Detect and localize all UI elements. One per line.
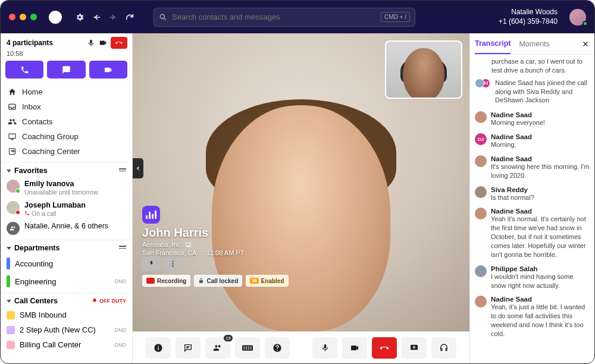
close-window[interactable]: [9, 14, 15, 20]
favorite-contact[interactable]: Joseph LumabanOn a call: [1, 199, 132, 220]
headset-icon: [439, 343, 449, 353]
participants-button[interactable]: 19: [205, 337, 230, 359]
info-icon: [154, 343, 163, 353]
mic-icon[interactable]: [87, 39, 95, 47]
pip-video[interactable]: [385, 40, 462, 99]
phone-down-icon: [115, 39, 123, 47]
sidebar-item-coaching-center[interactable]: Coaching Center: [1, 144, 132, 159]
maximize-window[interactable]: [30, 14, 37, 20]
transcript-message: Nadine SaadMorning everyone!: [475, 108, 590, 130]
help-button[interactable]: [265, 337, 290, 359]
gear-icon[interactable]: [75, 12, 84, 22]
nav-label: Coaching Group: [22, 132, 79, 141]
phone-icon: [24, 211, 30, 216]
info-button[interactable]: [146, 337, 171, 359]
join-event: DJ Nadine Saad has joined the call along…: [475, 75, 590, 109]
dialpad-button[interactable]: [235, 337, 260, 359]
sidebar-item-coaching-group[interactable]: Coaching Group: [1, 129, 132, 144]
search-bar[interactable]: CMD + /: [154, 8, 415, 27]
presence-dot: [15, 210, 20, 215]
section-title: Call Centers: [14, 297, 58, 305]
call-center-item[interactable]: 2 Step Auth (New CC)DND: [1, 322, 132, 337]
user-avatar[interactable]: [569, 9, 586, 26]
video-action-button[interactable]: [89, 61, 127, 79]
caller-mute-button[interactable]: [142, 256, 160, 271]
headset-button[interactable]: [431, 337, 456, 359]
call-locked-chip[interactable]: Call locked: [194, 275, 242, 287]
search-input[interactable]: [172, 12, 376, 21]
search-icon: [159, 13, 167, 21]
svg-rect-12: [248, 346, 249, 347]
nav-label: Contacts: [22, 117, 52, 126]
call-timer: 10:58: [1, 50, 132, 61]
off-duty-badge: OFF DUTY: [92, 298, 126, 304]
end-call-button[interactable]: [372, 337, 397, 359]
active-call-bar: 4 participants: [1, 33, 132, 50]
transcript-panel: Transcript Moments purchase a car, so I …: [469, 33, 594, 363]
svg-point-7: [172, 265, 173, 266]
sidebar-item-inbox[interactable]: Inbox: [1, 99, 132, 114]
top-bar: CMD + / Natalie Woods +1 (604) 359-7840: [1, 1, 594, 33]
favorites-header[interactable]: Favorites: [1, 162, 132, 177]
caller-more-button[interactable]: [164, 256, 181, 271]
call-center-item[interactable]: Billing Call CenterDND: [1, 337, 132, 352]
message-author: Nadine Saad: [491, 208, 590, 215]
message-author: Nadine Saad: [491, 111, 590, 118]
back-icon[interactable]: [92, 12, 101, 22]
call-centers-header[interactable]: Call Centers OFF DUTY: [1, 293, 132, 307]
collapse-sidebar-button[interactable]: [133, 158, 143, 178]
department-item[interactable]: EngineeringDND: [1, 272, 132, 290]
avatar: [475, 111, 487, 123]
color-swatch: [7, 326, 15, 334]
department-item[interactable]: Accounting: [1, 255, 132, 272]
close-panel-button[interactable]: [581, 40, 590, 48]
refresh-icon[interactable]: [125, 12, 134, 22]
message-action-button[interactable]: [47, 61, 85, 79]
mic-icon: [321, 343, 330, 352]
mute-button[interactable]: [312, 337, 337, 359]
vi-enabled-chip[interactable]: ViEnabled: [246, 275, 288, 287]
tab-moments[interactable]: Moments: [519, 34, 549, 54]
caller-name: John Harris: [142, 226, 244, 240]
svg-point-0: [160, 14, 164, 18]
user-phone: +1 (604) 359-7840: [499, 17, 558, 27]
hangup-button[interactable]: [111, 37, 127, 49]
message-author: Nadine Saad: [491, 133, 590, 140]
waveform-icon: [146, 211, 156, 219]
video-area: John Harris Aerolabs, Inc. San Francisco…: [133, 33, 469, 363]
call-center-item[interactable]: SMB Inbound: [1, 307, 132, 322]
join-avatars: DJ: [475, 79, 491, 88]
transcript-body[interactable]: purchase a car, so I went out to test dr…: [470, 55, 594, 363]
favorite-group[interactable]: Natalie, Annie, & 6 others: [1, 219, 132, 237]
search-shortcut: CMD + /: [381, 12, 410, 22]
chat-button[interactable]: [176, 337, 201, 359]
video-icon[interactable]: [99, 39, 107, 47]
minimize-window[interactable]: [20, 14, 26, 20]
tab-transcript[interactable]: Transcript: [475, 34, 511, 54]
reorder-icon[interactable]: [119, 168, 126, 173]
sidebar-item-home[interactable]: Home: [1, 84, 132, 99]
favorite-contact[interactable]: Emily IvanovaUnavailable until tomorrow: [1, 177, 132, 199]
dnd-badge: DND: [115, 327, 127, 333]
ai-badge[interactable]: [142, 206, 160, 224]
message-text: Morning.: [491, 140, 590, 149]
recording-chip[interactable]: Recording: [142, 275, 190, 287]
contact-name: Emily Ivanova: [24, 180, 98, 189]
call-bottom-bar: 19: [133, 331, 469, 363]
transcript-message: Philippe SalahI wouldn't mind having som…: [475, 262, 590, 293]
camera-button[interactable]: [342, 337, 367, 359]
help-icon: [273, 343, 282, 353]
screenshare-button[interactable]: [402, 337, 427, 359]
call-action-button[interactable]: [5, 61, 43, 79]
current-user[interactable]: Natalie Woods +1 (604) 359-7840: [499, 8, 558, 26]
message-author: Philippe Salah: [491, 265, 590, 272]
contacts-icon: [8, 117, 17, 126]
caller-info: John Harris Aerolabs, Inc. San Francisco…: [142, 226, 244, 256]
reorder-icon[interactable]: [119, 246, 126, 250]
sidebar-item-contacts[interactable]: Contacts: [1, 114, 132, 129]
main-row: 4 participants 10:58 Home Inbox Contacts…: [1, 33, 594, 363]
nav-label: Inbox: [22, 102, 41, 111]
avatar: DJ: [475, 133, 487, 145]
departments-header[interactable]: Departments: [1, 240, 132, 255]
app-window: CMD + / Natalie Woods +1 (604) 359-7840 …: [0, 0, 595, 364]
